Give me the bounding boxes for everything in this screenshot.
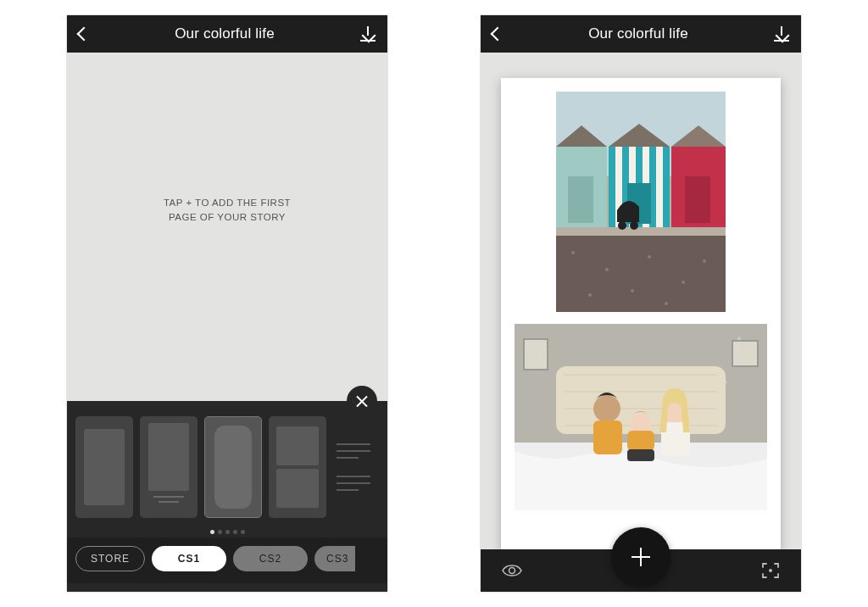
template-line-icon	[337, 482, 370, 484]
svg-point-22	[588, 293, 592, 297]
svg-rect-10	[656, 147, 663, 227]
top-bar: Our colorful life	[481, 15, 801, 53]
empty-state-text: TAP + TO ADD THE FIRST PAGE OF YOUR STOR…	[164, 196, 291, 223]
template-thumb-1[interactable]	[75, 416, 133, 518]
svg-rect-41	[627, 449, 654, 461]
svg-point-43	[769, 569, 772, 572]
eye-icon	[501, 562, 523, 579]
preset-row: STORE CS1 CS2 CS3	[67, 537, 387, 583]
svg-rect-33	[524, 339, 548, 370]
preset-cs3[interactable]: CS3	[314, 546, 355, 571]
bottom-toolbar	[481, 549, 801, 592]
chevron-left-icon	[491, 27, 505, 42]
template-thumb-4[interactable]	[269, 416, 326, 518]
svg-rect-34	[732, 341, 758, 366]
template-thumb-2[interactable]	[140, 416, 198, 518]
svg-point-18	[571, 251, 575, 254]
photo-slot-bottom[interactable]	[515, 324, 767, 510]
template-line-icon	[337, 489, 359, 491]
svg-rect-5	[568, 176, 593, 223]
store-button[interactable]: STORE	[75, 546, 145, 571]
svg-point-25	[665, 302, 668, 305]
story-page-card[interactable]	[501, 78, 781, 549]
svg-point-20	[648, 255, 651, 259]
page-dot[interactable]	[210, 530, 214, 534]
svg-rect-15	[685, 176, 710, 223]
download-button[interactable]	[774, 26, 789, 42]
template-thumb-3-selected[interactable]	[204, 416, 262, 518]
canvas-empty[interactable]: TAP + TO ADD THE FIRST PAGE OF YOUR STOR…	[67, 53, 387, 401]
back-button[interactable]	[79, 29, 89, 39]
photo-slot-top[interactable]	[515, 92, 767, 312]
empty-line-1: TAP + TO ADD THE FIRST	[164, 196, 291, 209]
add-page-button[interactable]	[611, 527, 670, 587]
focus-button[interactable]	[760, 560, 781, 581]
preset-cs2[interactable]: CS2	[233, 546, 308, 571]
family-bed-photo	[515, 324, 767, 510]
svg-point-19	[605, 268, 609, 271]
page-title: Our colorful life	[175, 25, 275, 42]
chevron-left-icon	[77, 27, 92, 42]
template-picker-panel: STORE CS1 CS2 CS3	[67, 401, 387, 592]
template-page-dots	[67, 525, 387, 537]
page-dot[interactable]	[241, 530, 245, 534]
svg-point-17	[630, 221, 638, 230]
template-line-icon	[337, 443, 370, 445]
page-title: Our colorful life	[588, 25, 688, 42]
svg-rect-40	[627, 431, 654, 451]
template-frame-icon	[214, 426, 252, 509]
template-frame-icon	[276, 469, 319, 508]
svg-point-16	[618, 221, 626, 230]
svg-rect-36	[593, 420, 622, 454]
beach-huts-photo	[556, 92, 726, 312]
template-line-icon	[159, 501, 179, 503]
template-thumb-5[interactable]	[333, 416, 381, 518]
svg-rect-2	[556, 236, 726, 312]
close-templates-button[interactable]	[347, 386, 377, 416]
preview-button[interactable]	[501, 562, 523, 579]
close-icon	[356, 395, 368, 407]
templates-row	[67, 401, 387, 525]
template-frame-icon	[148, 423, 189, 491]
page-dot[interactable]	[233, 530, 237, 534]
template-frame-icon	[84, 429, 125, 505]
top-bar: Our colorful life	[67, 15, 387, 53]
empty-line-2: PAGE OF YOUR STORY	[164, 210, 291, 224]
svg-point-24	[631, 289, 634, 292]
download-icon	[360, 26, 376, 42]
plus-icon	[632, 548, 650, 566]
focus-corners-icon	[760, 560, 781, 581]
preset-cs1[interactable]: CS1	[152, 546, 226, 571]
page-dot[interactable]	[225, 530, 230, 534]
editor-filled-screen: Our colorful life	[481, 15, 801, 592]
page-dot[interactable]	[218, 530, 222, 534]
template-line-icon	[337, 476, 370, 477]
download-button[interactable]	[360, 26, 376, 42]
svg-point-35	[593, 395, 620, 422]
back-button[interactable]	[492, 29, 503, 39]
svg-point-21	[682, 281, 685, 284]
download-icon	[774, 26, 789, 42]
template-frame-icon	[276, 426, 319, 465]
svg-point-23	[703, 259, 706, 263]
editor-empty-screen: Our colorful life TAP + TO ADD THE FIRST…	[67, 15, 387, 592]
template-line-icon	[337, 457, 359, 459]
svg-point-42	[509, 568, 515, 574]
template-line-icon	[153, 496, 184, 498]
template-line-icon	[337, 450, 370, 452]
